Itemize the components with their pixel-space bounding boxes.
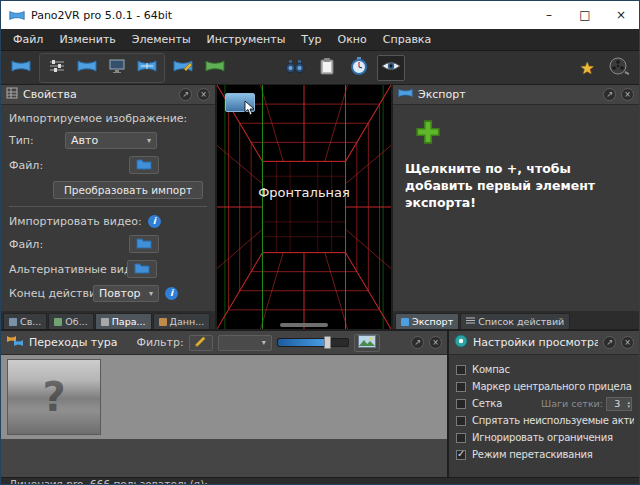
viewer-scrollbar[interactable] [280,323,328,327]
type-label: Тип: [9,134,65,147]
output-button[interactable] [103,55,131,81]
tab-action-list[interactable]: Список действий [460,313,570,329]
end-action-value: Повтор [99,287,141,300]
option-center-marker[interactable]: Маркер центрального прицела [456,378,634,395]
timer-button[interactable] [345,55,373,81]
slider-fill [278,339,327,346]
checkbox[interactable] [456,399,466,409]
undock-panel-button[interactable]: ↗ [179,88,192,101]
tab-icon [159,318,167,326]
panorama-viewer[interactable]: Фронтальная [217,85,391,329]
view-settings-icon [454,334,468,351]
tab-parameters[interactable]: Пара... [95,313,152,329]
end-action-select[interactable]: Повтор ▾ [93,285,159,302]
clipboard-button[interactable] [313,55,341,81]
menu-item-tour[interactable]: Тур [293,29,329,50]
close-panel-button[interactable]: × [621,336,634,349]
wizard-star-icon: ★ [579,58,594,78]
filter-edit-button[interactable] [189,335,213,351]
sliders-icon [48,58,66,77]
properties-button[interactable] [43,55,71,81]
close-button[interactable]: × [603,1,639,29]
menu-item-help[interactable]: Справка [375,29,439,50]
checkbox[interactable] [456,433,466,443]
tab-label: Св... [20,316,41,327]
menu-item-tools[interactable]: Инструменты [199,29,294,50]
checkbox[interactable] [456,450,466,460]
view-settings-header: Настройки просмотра ↗ × [449,331,639,355]
export-tab-bar: Экспорт Список действий [393,311,639,329]
wizard-button[interactable]: ★ [573,55,601,81]
convert-import-button[interactable]: Преобразовать импорт [53,181,203,199]
browse-alt-video-button[interactable] [127,260,157,278]
thumbnail-size-slider[interactable] [277,338,349,347]
tab-export[interactable]: Экспорт [395,313,459,329]
slider-handle[interactable] [324,336,331,349]
panel-title: Переходы тура [29,336,117,349]
patch-panorama-icon [137,58,157,77]
import-image-label: Импортируемое изображение: [9,112,187,125]
add-export-button[interactable] [415,119,441,145]
spin-down-icon[interactable]: ▾ [627,404,630,408]
panorama-button[interactable] [73,55,101,81]
preview-button[interactable] [377,55,405,81]
option-compass[interactable]: Компас [456,361,634,378]
tab-label: Список действий [478,316,564,327]
tour-thumbnail-strip: ? [1,355,447,439]
type-select[interactable]: Авто ▾ [65,132,157,149]
menu-item-window[interactable]: Окно [330,29,375,50]
panel-title: Экспорт [418,88,598,101]
video-file-label: Файл: [9,238,65,251]
close-panel-button[interactable]: × [197,88,210,101]
undock-panel-button[interactable]: ↗ [603,336,616,349]
filter-select[interactable]: ▾ [218,335,272,351]
pencil-icon [194,335,207,351]
option-grid[interactable]: Сетка Шаги сетки: 3 ▴ ▾ [456,395,634,412]
tour-transitions-panel: Переходы тура Фильтр: ▾ ↗ × [1,331,447,477]
browse-file-button[interactable] [129,156,159,174]
grid-steps-spinner[interactable]: 3 ▴ ▾ [606,397,632,411]
tab-properties[interactable]: Св... [3,313,47,329]
checkbox[interactable] [456,416,466,426]
menu-item-elements[interactable]: Элементы [124,29,199,50]
checkbox[interactable] [456,365,466,375]
info-icon[interactable]: i [165,287,178,300]
tab-object[interactable]: Об... [48,313,93,329]
chevron-down-icon: ▾ [141,289,153,298]
cube-face-label: Фронтальная [217,185,391,200]
panorama-icon [11,58,31,77]
import-video-label: Импортировать видео: [9,215,142,228]
menu-item-file[interactable]: Файл [5,29,51,50]
panorama-list-item[interactable]: ? [7,359,101,435]
panel-toggle-group [39,53,165,83]
input-panorama-button[interactable] [7,55,35,81]
window-title: Pano2VR pro 5.0.1 - 64bit [31,9,172,22]
tab-icon [9,318,17,326]
edit-panorama-button[interactable] [169,55,197,81]
close-panel-button[interactable]: × [429,336,442,349]
transform-button[interactable] [201,55,229,81]
patch-button[interactable] [133,55,161,81]
tab-label: Данн... [170,316,205,327]
info-icon[interactable]: i [148,215,161,228]
transform-panorama-icon [205,58,225,77]
undock-panel-button[interactable]: ↗ [411,336,424,349]
option-hide-unused-hotspots[interactable]: Спрятать неиспользуемые активные зоны [456,412,634,429]
folder-icon [134,262,150,277]
tab-data[interactable]: Данн... [153,313,211,329]
close-panel-button[interactable]: × [621,88,634,101]
find-button[interactable] [281,55,309,81]
animation-editor-button[interactable] [605,55,633,81]
undock-panel-button[interactable]: ↗ [603,88,616,101]
minimize-button[interactable]: – [531,1,567,29]
option-drag-mode[interactable]: Режим перетаскивания [456,446,634,463]
app-window: Pano2VR pro 5.0.1 - 64bit – □ × Файл Изм… [0,0,640,485]
checkbox[interactable] [456,382,466,392]
tour-panel-header: Переходы тура Фильтр: ▾ ↗ × [1,331,447,355]
menu-item-edit[interactable]: Изменить [51,29,123,50]
browse-video-button[interactable] [129,235,159,253]
maximize-button[interactable]: □ [567,1,603,29]
preview-image-button[interactable] [354,334,380,352]
option-ignore-limits[interactable]: Игнорировать ограничения [456,429,634,446]
film-reel-icon [609,57,629,78]
